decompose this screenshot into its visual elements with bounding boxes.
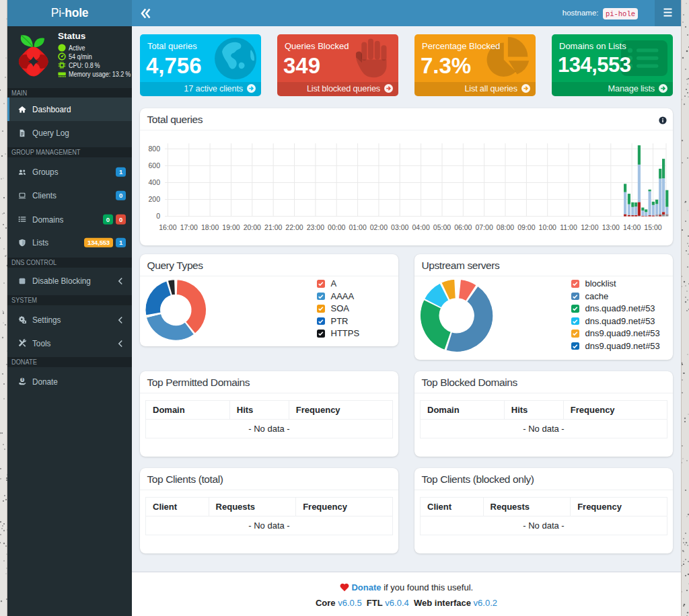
svg-text:21:00: 21:00 — [264, 223, 282, 231]
svg-text:04:00: 04:00 — [412, 223, 429, 231]
svg-text:07:00: 07:00 — [475, 223, 493, 231]
svg-text:16:00: 16:00 — [159, 223, 176, 231]
svg-text:02:00: 02:00 — [370, 223, 388, 231]
svg-text:23:00: 23:00 — [307, 223, 324, 231]
svg-text:12:00: 12:00 — [581, 223, 598, 231]
svg-text:14:00: 14:00 — [623, 223, 641, 231]
svg-text:18:00: 18:00 — [201, 223, 219, 231]
svg-text:06:00: 06:00 — [454, 223, 472, 231]
svg-text:19:00: 19:00 — [222, 223, 240, 231]
svg-text:00:00: 00:00 — [328, 223, 345, 231]
svg-text:20:00: 20:00 — [244, 223, 261, 231]
svg-text:01:00: 01:00 — [349, 223, 366, 231]
svg-text:17:00: 17:00 — [180, 223, 198, 231]
svg-text:800: 800 — [148, 145, 160, 153]
svg-text:03:00: 03:00 — [391, 223, 408, 231]
svg-text:05:00: 05:00 — [433, 223, 451, 231]
svg-text:13:00: 13:00 — [602, 223, 620, 231]
svg-text:22:00: 22:00 — [285, 223, 303, 231]
svg-text:600: 600 — [148, 161, 160, 169]
svg-text:10:00: 10:00 — [539, 223, 556, 231]
svg-text:400: 400 — [148, 178, 160, 186]
svg-text:0: 0 — [156, 212, 160, 220]
svg-text:08:00: 08:00 — [497, 223, 514, 231]
svg-text:15:00: 15:00 — [644, 223, 661, 231]
svg-text:200: 200 — [148, 195, 160, 203]
svg-text:09:00: 09:00 — [517, 223, 535, 231]
svg-text:11:00: 11:00 — [560, 223, 577, 231]
